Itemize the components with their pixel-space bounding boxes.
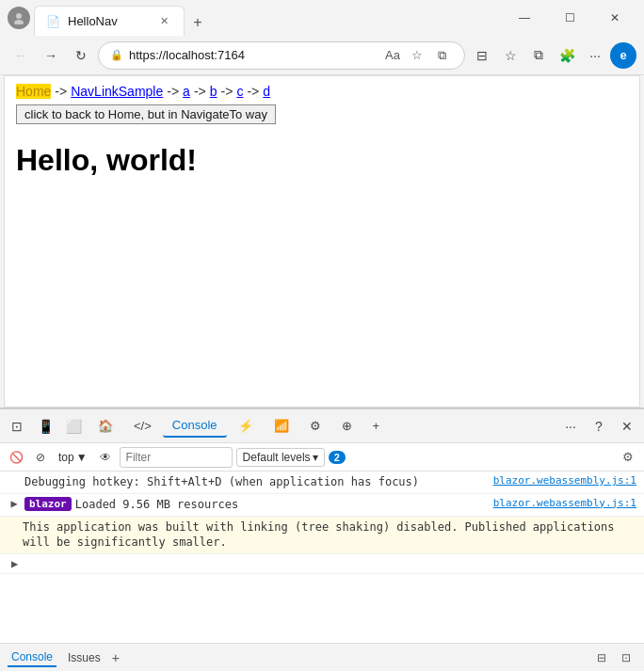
level-label: Default levels	[243, 451, 311, 464]
tab-performance[interactable]: ⚡	[229, 415, 263, 437]
address-bar: ← → ↻ 🔒 https://localhost:7164 Aa ☆ ⧉ ⊟ …	[0, 36, 644, 75]
extensions-icon[interactable]: 🧩	[554, 42, 580, 69]
address-input[interactable]: 🔒 https://localhost:7164 Aa ☆ ⧉	[98, 41, 465, 70]
console-body: Debugging hotkey: Shift+Alt+D (when appl…	[0, 471, 644, 643]
console-message-text: Debugging hotkey: Shift+Alt+D (when appl…	[24, 474, 490, 490]
console-message-text: Loaded 9.56 MB resources	[75, 497, 490, 513]
bottom-tab-console[interactable]: Console	[8, 648, 56, 667]
browser-window: 📄 HelloNav ✕ + — ☐ ✕ ← → ↻ 🔒 https://loc…	[0, 0, 644, 671]
devtools-toolbar: ⊡ 📱 ⬜ 🏠 </> Console ⚡ 📶 ⚙ ⊕ + ··· ? ✕	[0, 409, 644, 443]
devtools-more-button[interactable]: ···	[557, 413, 584, 439]
console-tab-label: Console	[172, 418, 217, 432]
read-mode-icon[interactable]: Aa	[381, 44, 404, 67]
tab-settings3[interactable]: ⚙	[300, 415, 330, 437]
page-content: Home -> NavLinkSample -> a -> b -> c -> …	[4, 75, 640, 407]
svg-point-0	[16, 13, 22, 19]
toolbar-icons: ⊟ ☆ ⧉ 🧩 ··· e	[469, 42, 636, 69]
tab-close-button[interactable]: ✕	[156, 13, 172, 29]
row-expand-icon[interactable]: ▶	[8, 497, 21, 510]
window-controls: — ☐ ✕	[503, 3, 636, 33]
breadcrumb-a[interactable]: a	[183, 84, 190, 99]
edge-profile-icon[interactable]: e	[610, 42, 636, 69]
tab-title: HelloNav	[68, 14, 149, 28]
console-eye-button[interactable]: 👁	[95, 447, 116, 468]
console-expand-row[interactable]: ▶	[0, 554, 644, 574]
navigate-to-home-button[interactable]: click to back to Home, but in NavigateTo…	[16, 104, 276, 124]
bottom-add-tab-button[interactable]: +	[112, 650, 120, 665]
blazor-badge: blazor	[24, 497, 72, 511]
maximize-button[interactable]: ☐	[548, 3, 591, 33]
level-dropdown-icon: ▾	[313, 451, 318, 464]
devtools-dock-icon[interactable]: ⬜	[60, 413, 87, 439]
tab-more[interactable]: +	[363, 415, 390, 437]
breadcrumb-sep1: ->	[55, 84, 67, 99]
tab-elements[interactable]: 🏠	[89, 415, 122, 437]
devtools-bottom-bar: Console Issues + ⊟ ⊡	[0, 643, 644, 671]
breadcrumb: Home -> NavLinkSample -> a -> b -> c -> …	[16, 84, 628, 99]
breadcrumb-home-link[interactable]: Home	[16, 84, 51, 99]
tab-search-icon[interactable]: ⊟	[469, 42, 495, 69]
bottom-icon-1[interactable]: ⊟	[591, 647, 612, 668]
elements-tab-label: 🏠	[98, 419, 113, 433]
more-tools-button[interactable]: ···	[582, 42, 608, 69]
new-tab-button[interactable]: +	[185, 9, 211, 36]
minimize-button[interactable]: —	[503, 3, 546, 33]
profile-avatar[interactable]	[8, 7, 30, 29]
bottom-right-icons: ⊟ ⊡	[591, 647, 636, 668]
breadcrumb-b[interactable]: b	[210, 84, 217, 99]
breadcrumb-sep4: ->	[221, 84, 233, 99]
lock-icon: 🔒	[110, 49, 123, 61]
breadcrumb-d[interactable]: d	[263, 84, 270, 99]
tab-favicon: 📄	[46, 15, 60, 28]
breadcrumb-navlink[interactable]: NavLinkSample	[71, 84, 163, 99]
title-bar: 📄 HelloNav ✕ + — ☐ ✕	[0, 0, 644, 36]
devtools-inspect-icon[interactable]: ⊡	[4, 413, 30, 439]
console-settings-icon[interactable]: ⚙	[618, 447, 638, 468]
close-button[interactable]: ✕	[593, 3, 636, 33]
bottom-icon-2[interactable]: ⊡	[616, 647, 636, 668]
console-source-link[interactable]: blazor.webassembly.js:1	[493, 474, 636, 487]
console-warning-row: This application was built with linking …	[0, 517, 644, 555]
url-text: https://localhost:7164	[129, 48, 376, 62]
console-level-selector[interactable]: Default levels ▾	[236, 448, 325, 467]
console-toolbar: 🚫 ⊘ top ▼ 👁 Default levels ▾ 2 ⚙	[0, 443, 644, 471]
devtools-help-button[interactable]: ?	[586, 413, 612, 439]
refresh-button[interactable]: ↻	[68, 42, 94, 69]
address-icons: Aa ☆ ⧉	[381, 44, 453, 67]
context-label: top	[58, 451, 74, 464]
tab-area: 📄 HelloNav ✕ +	[34, 0, 499, 36]
context-dropdown-icon: ▼	[76, 451, 88, 464]
tab-console[interactable]: Console	[163, 414, 227, 438]
tab-network[interactable]: 📶	[265, 415, 298, 437]
collections-icon[interactable]: ⧉	[430, 44, 453, 67]
breadcrumb-sep5: ->	[247, 84, 259, 99]
console-filter-input[interactable]	[120, 447, 233, 468]
breadcrumb-sep3: ->	[194, 84, 206, 99]
console-filter-toggle[interactable]: ⊘	[30, 447, 51, 468]
forward-button[interactable]: →	[38, 42, 64, 69]
tab-lighthouse[interactable]: ⊕	[332, 415, 362, 437]
devtools-panel: ⊡ 📱 ⬜ 🏠 </> Console ⚡ 📶 ⚙ ⊕ + ··· ? ✕	[0, 407, 644, 671]
back-button[interactable]: ←	[8, 42, 34, 69]
expand-icon[interactable]: ▶	[11, 557, 18, 570]
title-bar-left	[8, 7, 30, 29]
breadcrumb-c[interactable]: c	[236, 84, 243, 99]
browser-tab[interactable]: 📄 HelloNav ✕	[34, 6, 185, 36]
console-context-selector[interactable]: top ▼	[55, 449, 91, 466]
hello-world-heading: Hello, world!	[16, 143, 628, 178]
breadcrumb-sep2: ->	[167, 84, 179, 99]
favorites-bar-icon[interactable]: ☆	[497, 42, 523, 69]
sources-tab-label: </>	[134, 419, 152, 433]
devtools-device-icon[interactable]: 📱	[32, 413, 58, 439]
bottom-tab-issues[interactable]: Issues	[64, 649, 105, 666]
tab-sources[interactable]: </>	[124, 415, 161, 437]
favorites-icon[interactable]: ☆	[406, 44, 428, 67]
devtools-close-button[interactable]: ✕	[614, 413, 640, 439]
console-clear-button[interactable]: 🚫	[6, 447, 26, 468]
devtools-right-icons: ··· ? ✕	[557, 413, 640, 439]
console-badge-count: 2	[329, 451, 346, 464]
split-screen-icon[interactable]: ⧉	[525, 42, 552, 69]
console-source-link[interactable]: blazor.webassembly.js:1	[493, 497, 636, 509]
console-warning-text: This application was built with linking …	[23, 519, 636, 551]
console-row: ▶ blazor Loaded 9.56 MB resources blazor…	[0, 494, 644, 517]
